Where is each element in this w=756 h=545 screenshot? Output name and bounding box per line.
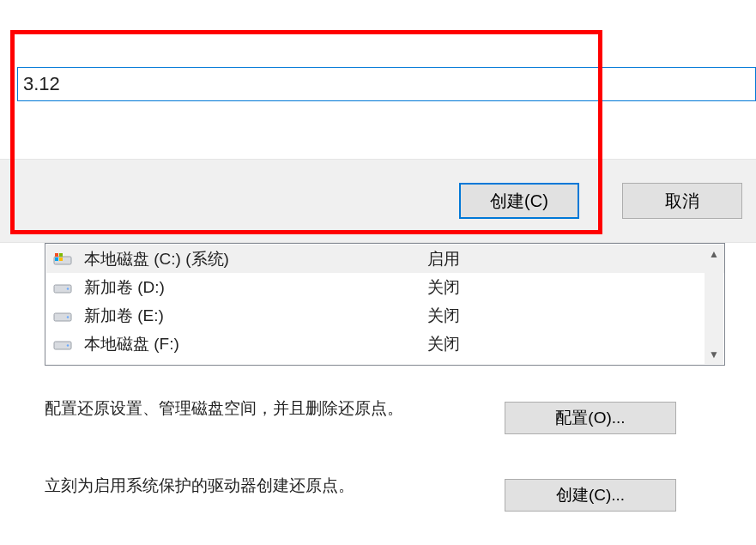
drive-row[interactable]: 本地磁盘 (F:)关闭	[46, 330, 724, 358]
drive-list-scrollbar[interactable]: ▲ ▼	[705, 245, 723, 364]
disk-icon	[53, 308, 72, 324]
restore-point-name-input[interactable]	[17, 67, 756, 101]
drive-list: 本地磁盘 (C:) (系统)启用新加卷 (D:)关闭新加卷 (E:)关闭本地磁盘…	[45, 243, 725, 366]
svg-rect-2	[59, 253, 63, 257]
drive-name: 本地磁盘 (C:) (系统)	[84, 248, 427, 270]
disk-icon	[53, 280, 72, 295]
drive-icon	[53, 251, 84, 267]
drive-status: 关闭	[427, 333, 724, 355]
drive-row[interactable]: 新加卷 (D:)关闭	[46, 273, 724, 301]
windows-disk-icon	[53, 251, 72, 267]
drive-icon	[53, 336, 84, 352]
dialog-button-bar: 创建(C) 取消	[0, 159, 756, 243]
cancel-button[interactable]: 取消	[622, 183, 742, 219]
drive-name: 本地磁盘 (F:)	[84, 333, 427, 355]
create-description: 立刻为启用系统保护的驱动器创建还原点。	[45, 475, 354, 497]
configure-button[interactable]: 配置(O)...	[505, 402, 676, 434]
drive-icon	[53, 280, 84, 295]
drive-status: 启用	[427, 248, 724, 270]
drive-row[interactable]: 新加卷 (E:)关闭	[46, 301, 724, 330]
drive-name: 新加卷 (D:)	[84, 276, 427, 299]
drive-icon	[53, 308, 84, 324]
scroll-up-icon[interactable]: ▲	[705, 245, 723, 263]
svg-point-8	[67, 316, 69, 318]
scroll-down-icon[interactable]: ▼	[705, 345, 723, 364]
drive-status: 关闭	[427, 305, 724, 327]
configure-description: 配置还原设置、管理磁盘空间，并且删除还原点。	[45, 397, 403, 420]
svg-rect-3	[55, 257, 58, 261]
create-button[interactable]: 创建(C)	[459, 183, 579, 219]
svg-point-10	[67, 344, 69, 346]
svg-rect-1	[55, 253, 58, 257]
svg-rect-4	[59, 257, 63, 261]
disk-icon	[53, 336, 72, 352]
drive-status: 关闭	[427, 276, 724, 299]
create-restore-point-dialog	[0, 0, 756, 159]
svg-point-6	[67, 288, 69, 289]
create-restore-point-button[interactable]: 创建(C)...	[505, 479, 676, 512]
drive-row[interactable]: 本地磁盘 (C:) (系统)启用	[46, 245, 724, 273]
drive-name: 新加卷 (E:)	[84, 305, 427, 327]
